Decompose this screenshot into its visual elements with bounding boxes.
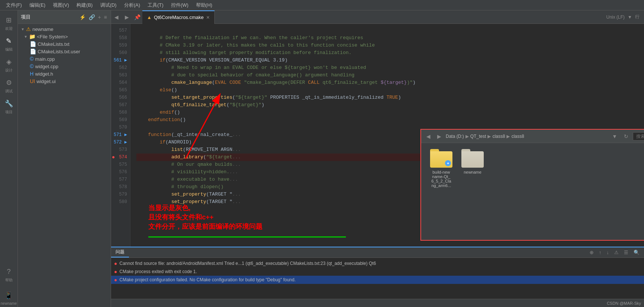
tree-file-cmake[interactable]: 📄 CMakeLists.txt	[18, 40, 111, 48]
help-icon[interactable]: ?	[2, 265, 16, 278]
filter-btn[interactable]: ⚡	[79, 13, 86, 21]
line-num-566: 566	[111, 94, 130, 101]
line-num-574: ●574	[111, 154, 130, 161]
code-line-568: endif()	[136, 109, 644, 116]
down-btn[interactable]: ↓	[605, 249, 611, 256]
line-num-579: 579	[111, 191, 130, 198]
status-right: CSDN @MAR-Sky	[607, 301, 641, 306]
sidebar-item-help[interactable]: ? 帮助	[2, 265, 16, 283]
menu-view[interactable]: 视图(V)	[50, 1, 72, 10]
sidebar-item-welcome[interactable]: ⊞ 欢迎	[2, 13, 16, 31]
line-num-575: 575	[111, 161, 130, 168]
sidebar-item-project[interactable]: 🔧 项目	[2, 97, 16, 115]
tree-file-widget-h[interactable]: H widget.h	[18, 70, 111, 77]
project-label: 项目	[5, 110, 13, 115]
code-line-566: set_target_properties("${target}" PROPER…	[136, 94, 644, 101]
tab-nav-back[interactable]: ◀	[111, 10, 121, 24]
tree-file-main[interactable]: © main.cpp	[18, 55, 111, 63]
project-icon[interactable]: 🔧	[2, 97, 16, 110]
fb-nav-back[interactable]: ◀	[424, 133, 433, 140]
fb-folder-build[interactable]: ✦ build-new name-Qt_ 6_5_2_Cla ng_arm6..…	[430, 149, 452, 234]
welcome-icon[interactable]: ⊞	[2, 13, 16, 27]
line-num-578: 578	[111, 183, 130, 191]
sidebar-item-debug[interactable]: ⚙ 调试	[2, 76, 16, 94]
tree-main-label: main.cpp	[35, 56, 55, 62]
welcome-label: 欢迎	[5, 26, 13, 31]
menu-build[interactable]: 构建(B)	[73, 1, 95, 10]
bottom-tab-issues[interactable]: 问题	[111, 247, 129, 257]
fb-folder-newname-icon	[461, 149, 484, 168]
fb-folder-build-name: build-new name-Qt_ 6_5_2_Cla ng_arm6...	[431, 170, 451, 188]
list-view-btn[interactable]: ☰	[622, 249, 630, 256]
tree-cmake-label: CMakeLists.txt	[38, 41, 69, 47]
fb-nav-forward[interactable]: ▶	[435, 133, 443, 140]
line-numbers: 557 558 559 560 561 ▶ 562 563 564 565 56…	[111, 24, 130, 247]
line-num-563: 563	[111, 72, 130, 79]
design-icon[interactable]: ◈	[2, 55, 16, 69]
tree-file-widget-ui[interactable]: UI widget.ui	[18, 77, 111, 85]
search-filter-btn[interactable]: 🔍	[632, 249, 641, 256]
line-num-558: 558	[111, 34, 130, 42]
fb-folder-newname[interactable]: newname	[461, 149, 484, 234]
bottom-panel: 问题 ⊕ ↑ ↓ ⚠ ☰ 🔍 ● Cannot find source file…	[111, 247, 644, 299]
tree-filesystem[interactable]: ▼ 📁 <File System>	[18, 33, 111, 40]
menu-edit[interactable]: 编辑(E)	[26, 1, 48, 10]
menu-bar: 文件(F) 编辑(E) 视图(V) 构建(B) 调试(D) 分析(A) 工具(T…	[0, 0, 644, 10]
fb-bread-0[interactable]: Data (D:)	[446, 134, 464, 139]
fb-bread-3[interactable]: class8	[511, 134, 524, 139]
debug-icon[interactable]: ⚙	[2, 76, 16, 89]
menu-tools[interactable]: 工具(T)	[145, 1, 167, 10]
sidebar-item-device[interactable]: 📱 newname	[1, 289, 17, 306]
widget-cpp-icon: ©	[30, 63, 34, 69]
tab-cmake-file[interactable]: ▲ Qt6CoreMacros.cmake ✕	[142, 10, 215, 24]
line-num-565: 565	[111, 86, 130, 94]
fb-folder-newname-name: newname	[464, 170, 482, 174]
menu-file[interactable]: 文件(F)	[3, 1, 25, 10]
warning-filter-btn[interactable]: ⚠	[613, 249, 620, 256]
status-bar: CSDN @MAR-Sky	[111, 299, 644, 307]
sidebar-item-edit[interactable]: ✎ 编辑	[2, 34, 16, 52]
tree-root[interactable]: ▼ ⚠ newname	[18, 25, 111, 33]
line-num-572: 572 ▶	[111, 139, 130, 146]
menu-debug[interactable]: 调试(D)	[97, 1, 120, 10]
menu-help[interactable]: 帮助(H)	[193, 1, 215, 10]
tree-file-widget-cpp[interactable]: © widget.cpp	[18, 63, 111, 70]
edit-icon[interactable]: ✎	[2, 34, 16, 48]
settings-btn[interactable]: ≡	[103, 13, 108, 21]
encoding-arrow[interactable]: ▼	[628, 15, 632, 20]
error-row-0[interactable]: ● Cannot find source file: android/Andro…	[111, 259, 644, 268]
encoding-label: Unix (LF)	[606, 15, 625, 20]
menu-controls[interactable]: 控件(W)	[168, 1, 192, 10]
menu-analyze[interactable]: 分析(A)	[121, 1, 143, 10]
line-num-564: 564	[111, 79, 130, 86]
code-line-561: if(CMAKE_VERSION VERSION_GREATER_EQUAL 3…	[136, 57, 644, 64]
link-btn[interactable]: 🔗	[88, 13, 96, 21]
tab-close-btn[interactable]: ✕	[206, 15, 210, 20]
fb-dropdown-btn[interactable]: ▼	[610, 133, 619, 140]
tab-nav-pin[interactable]: 📌	[132, 10, 142, 24]
sidebar-item-design[interactable]: ◈ 设计	[2, 55, 16, 73]
add-btn[interactable]: +	[97, 13, 102, 21]
up-btn[interactable]: ↑	[597, 249, 603, 256]
fb-search-input[interactable]	[633, 132, 644, 140]
fb-bread-2[interactable]: class8	[492, 134, 505, 139]
line-num-559: 559	[111, 42, 130, 49]
fb-refresh-btn[interactable]: ↻	[622, 133, 631, 140]
code-line-557	[136, 27, 644, 34]
device-icon[interactable]: 📱	[2, 289, 15, 302]
panel-title: 项目	[21, 14, 31, 20]
tab-nav-forward[interactable]: ▶	[121, 10, 132, 24]
tree-arrow-root: ▼	[21, 27, 25, 31]
code-line-563: # due to special behavior of cmake_langu…	[136, 72, 644, 79]
error-row-1[interactable]: ● CMake process exited with exit code 1.	[111, 268, 644, 276]
tree-file-cmakeuser[interactable]: 📄 CMakeLists.txt.user	[18, 48, 111, 55]
main-layout: ⊞ 欢迎 ✎ 编辑 ◈ 设计 ⚙ 调试 🔧 项目 ? 帮助 📱 newname	[0, 10, 644, 307]
error-row-2[interactable]: ● CMake project configuration failed. No…	[111, 276, 644, 284]
fb-sep-2: ▶	[506, 134, 510, 139]
cmake-file-icon: 📄	[30, 41, 36, 47]
editor-area: 557 558 559 560 561 ▶ 562 563 564 565 56…	[111, 24, 644, 299]
add-filter-btn[interactable]: ⊕	[588, 249, 595, 256]
fb-bread-1[interactable]: QT_test	[470, 134, 486, 139]
folder-badge: ✦	[445, 160, 451, 166]
fb-content: ✦ build-new name-Qt_ 6_5_2_Cla ng_arm6..…	[421, 143, 644, 240]
